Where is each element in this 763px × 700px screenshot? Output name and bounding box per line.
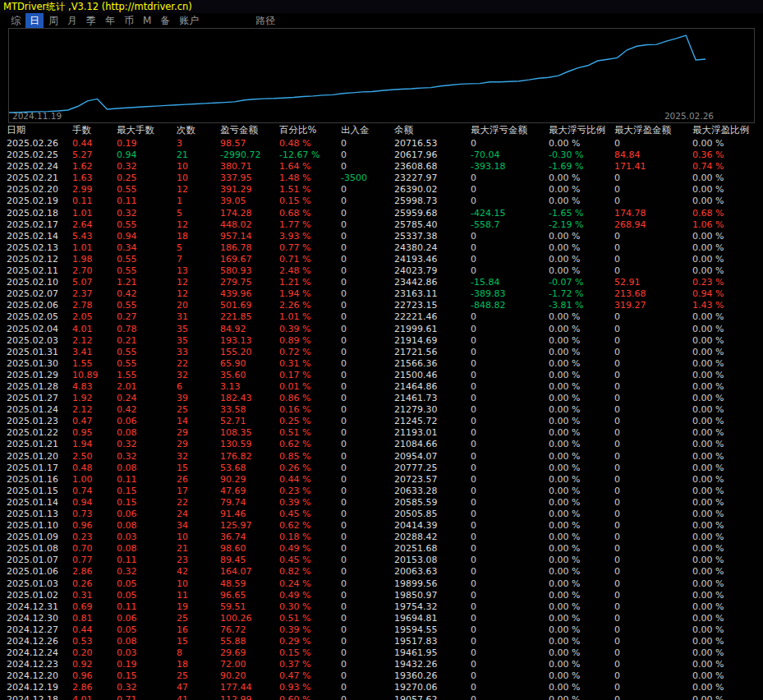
cell-10: 0 bbox=[614, 184, 692, 196]
table-row[interactable]: 2025.01.030.260.051048.590.24 %019899.56… bbox=[0, 578, 763, 590]
table-row[interactable]: 2025.01.2910.891.553235.600.17 %021500.4… bbox=[0, 370, 763, 381]
menu-item-日[interactable]: 日 bbox=[25, 13, 44, 29]
cell-3: 8 bbox=[177, 647, 220, 659]
table-row[interactable]: 2025.02.112.700.5513580.932.48 %024023.7… bbox=[0, 265, 763, 277]
cell-10: 0 bbox=[614, 520, 692, 532]
cell-7: 23608.68 bbox=[394, 161, 471, 173]
menu-item-M[interactable]: M bbox=[139, 14, 155, 27]
table-row[interactable]: 2024.12.192.860.3247177.440.93 %019270.0… bbox=[0, 682, 763, 693]
table-row[interactable]: 2025.02.121.980.557169.670.71 %024193.46… bbox=[0, 254, 763, 265]
cell-10: 0 bbox=[614, 463, 692, 474]
table-row[interactable]: 2025.01.202.500.3232176.820.85 %020954.0… bbox=[0, 451, 763, 463]
table-row[interactable]: 2025.01.161.000.112690.290.44 %020723.57… bbox=[0, 474, 763, 486]
cell-1: 0.44 bbox=[72, 138, 117, 150]
table-row[interactable]: 2025.01.220.950.0829108.350.51 %021193.0… bbox=[0, 427, 763, 439]
cell-4: 98.60 bbox=[220, 543, 279, 555]
menu-item-备[interactable]: 备 bbox=[156, 13, 174, 29]
table-row[interactable]: 2024.12.300.810.0625100.260.51 %019694.8… bbox=[0, 613, 763, 624]
table-row[interactable]: 2025.02.062.780.5520501.692.26 %022723.1… bbox=[0, 300, 763, 311]
table-row[interactable]: 2025.01.090.230.031036.740.18 %020288.42… bbox=[0, 532, 763, 543]
cell-4: 53.68 bbox=[220, 463, 279, 474]
cell-6: 0 bbox=[341, 682, 394, 693]
window-title: MTDriver统计 ,V3.12 (http://mtdriver.cn) bbox=[3, 1, 192, 12]
menu-item-币[interactable]: 币 bbox=[120, 13, 138, 29]
cell-3: 7 bbox=[177, 254, 220, 265]
table-row[interactable]: 2025.02.211.630.2510337.951.48 %-3500232… bbox=[0, 173, 763, 184]
table-row[interactable]: 2025.01.100.960.0834125.970.62 %020414.3… bbox=[0, 520, 763, 532]
cell-7: 23163.11 bbox=[394, 288, 471, 300]
cell-6: 0 bbox=[341, 439, 394, 450]
table-row[interactable]: 2025.01.313.410.5533155.200.72 %021721.5… bbox=[0, 347, 763, 358]
table-row[interactable]: 2025.01.271.920.2439182.430.86 %021461.7… bbox=[0, 393, 763, 404]
cell-0: 2025.01.06 bbox=[7, 566, 72, 578]
cell-10: 0 bbox=[614, 196, 692, 207]
cell-6: 0 bbox=[341, 335, 394, 347]
cell-2: 0.11 bbox=[117, 555, 177, 566]
cell-7: 19694.81 bbox=[394, 613, 471, 624]
table-row[interactable]: 2025.02.241.620.3210380.711.64 %023608.6… bbox=[0, 161, 763, 173]
cell-9: 0.00 % bbox=[549, 532, 614, 543]
table-row[interactable]: 2024.12.310.690.111959.510.30 %019754.32… bbox=[0, 601, 763, 613]
menu-item-月[interactable]: 月 bbox=[63, 13, 81, 29]
table-row[interactable]: 2025.01.020.310.051196.650.49 %019850.97… bbox=[0, 590, 763, 601]
table-row[interactable]: 2025.02.131.010.345186.780.77 %024380.24… bbox=[0, 242, 763, 254]
table-row[interactable]: 2025.01.170.480.081553.680.26 %020777.25… bbox=[0, 463, 763, 474]
table-row[interactable]: 2025.01.130.730.062491.460.45 %020505.85… bbox=[0, 509, 763, 520]
table-row[interactable]: 2025.01.284.832.0163.130.01 %021464.8600… bbox=[0, 381, 763, 393]
table-row[interactable]: 2025.02.260.440.19398.570.48 %020716.530… bbox=[0, 138, 763, 150]
table-row[interactable]: 2025.02.202.990.5512391.291.51 %026390.0… bbox=[0, 184, 763, 196]
table-row[interactable]: 2025.01.080.700.082198.600.49 %020251.68… bbox=[0, 543, 763, 555]
table-row[interactable]: 2024.12.260.530.081555.880.29 %019517.83… bbox=[0, 636, 763, 647]
cell-0: 2024.12.26 bbox=[7, 636, 72, 647]
table-row[interactable]: 2025.01.242.120.422533.580.16 %021279.30… bbox=[0, 404, 763, 416]
cell-4: 501.69 bbox=[220, 300, 279, 311]
cell-1: 1.55 bbox=[72, 358, 117, 370]
cell-2: 0.34 bbox=[117, 242, 177, 254]
menu-item-综[interactable]: 综 bbox=[7, 13, 25, 29]
table-row[interactable]: 2025.02.255.270.9421-2990.72-12.67 %0206… bbox=[0, 150, 763, 161]
table-row[interactable]: 2025.01.140.940.152279.740.39 %020585.59… bbox=[0, 497, 763, 509]
cell-1: 0.96 bbox=[72, 520, 117, 532]
menu-item-周[interactable]: 周 bbox=[44, 13, 62, 29]
cell-7: 21084.66 bbox=[394, 439, 471, 450]
table-row[interactable]: 2025.02.052.050.2731221.851.01 %022221.4… bbox=[0, 311, 763, 323]
cell-4: 91.46 bbox=[220, 509, 279, 520]
cell-11: 0.00 % bbox=[692, 613, 763, 624]
table-row[interactable]: 2024.12.240.200.03829.690.15 %019461.950… bbox=[0, 647, 763, 659]
menu-item-账户[interactable]: 账户 bbox=[175, 13, 203, 29]
cell-11: 0.00 % bbox=[692, 486, 763, 497]
table-row[interactable]: 2025.02.105.071.2112279.751.21 %023442.8… bbox=[0, 277, 763, 288]
menu-item-path[interactable]: 路径 bbox=[251, 13, 279, 29]
cell-8: -558.7 bbox=[471, 219, 549, 231]
cell-4: 125.97 bbox=[220, 520, 279, 532]
cell-4: 155.20 bbox=[220, 347, 279, 358]
table-row[interactable]: 2024.12.184.010.7141112.990.60 %019057.6… bbox=[0, 694, 763, 700]
table-row[interactable]: 2025.02.072.370.4212439.961.94 %023163.1… bbox=[0, 288, 763, 300]
cell-5: 1.48 % bbox=[279, 173, 341, 184]
cell-11: 0.00 % bbox=[692, 647, 763, 659]
table-row[interactable]: 2025.02.145.430.9418957.143.93 %025337.3… bbox=[0, 231, 763, 242]
menu-item-年[interactable]: 年 bbox=[101, 13, 119, 29]
table-row[interactable]: 2025.01.230.470.061452.710.25 %021245.72… bbox=[0, 416, 763, 427]
cell-10: 0 bbox=[614, 509, 692, 520]
cell-3: 39 bbox=[177, 393, 220, 404]
table-row[interactable]: 2025.02.032.120.2135193.130.89 %021914.6… bbox=[0, 335, 763, 347]
table-row[interactable]: 2025.02.190.110.11139.050.15 %025998.730… bbox=[0, 196, 763, 207]
cell-6: 0 bbox=[341, 208, 394, 219]
table-row[interactable]: 2025.02.044.010.783584.920.39 %021999.61… bbox=[0, 324, 763, 335]
table-row[interactable]: 2025.01.062.860.3242164.070.82 %020063.6… bbox=[0, 566, 763, 578]
table-row[interactable]: 2024.12.270.440.051676.720.39 %019594.55… bbox=[0, 624, 763, 636]
cell-11: 0.00 % bbox=[692, 520, 763, 532]
menu-item-季[interactable]: 季 bbox=[82, 13, 100, 29]
table-row[interactable]: 2025.02.181.010.325174.280.68 %025959.68… bbox=[0, 208, 763, 219]
table-row[interactable]: 2025.01.211.940.3229130.590.62 %021084.6… bbox=[0, 439, 763, 450]
cell-3: 10 bbox=[177, 532, 220, 543]
table-row[interactable]: 2025.01.301.550.552265.900.31 %021566.36… bbox=[0, 358, 763, 370]
table-row[interactable]: 2024.12.230.920.191872.000.37 %019432.26… bbox=[0, 659, 763, 670]
cell-4: 391.29 bbox=[220, 184, 279, 196]
table-row[interactable]: 2024.12.200.960.152590.200.47 %019360.26… bbox=[0, 670, 763, 682]
daily-stats-table: 日期手数最大手数次数盈亏金额百分比%出入金余额最大浮亏金额最大浮亏比例最大浮盈金… bbox=[0, 122, 763, 700]
table-row[interactable]: 2025.01.070.770.112389.450.45 %020153.08… bbox=[0, 555, 763, 566]
table-row[interactable]: 2025.01.150.740.151747.690.23 %020633.28… bbox=[0, 486, 763, 497]
table-row[interactable]: 2025.02.172.640.5512448.021.77 %025785.4… bbox=[0, 219, 763, 231]
